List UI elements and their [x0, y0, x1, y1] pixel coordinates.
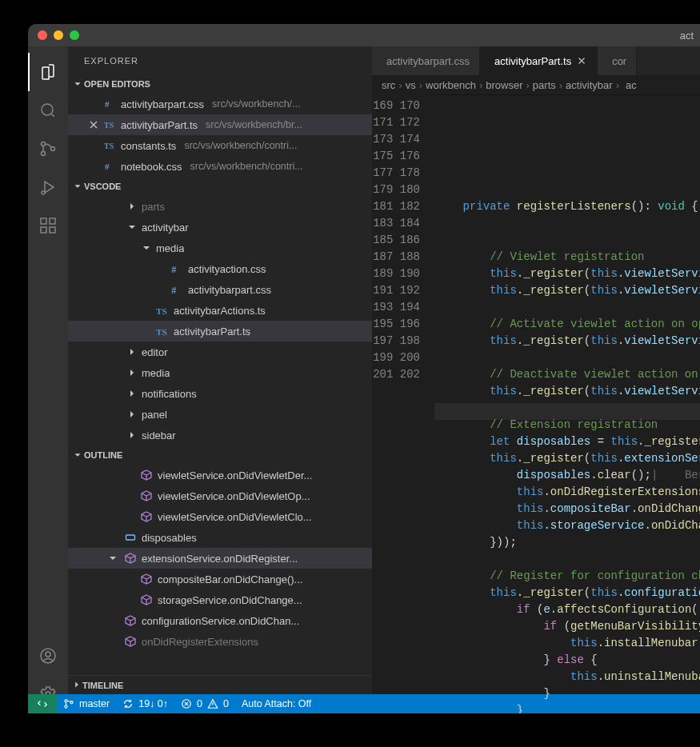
outline-item[interactable]: disposables — [68, 527, 372, 548]
extensions-icon[interactable] — [28, 206, 68, 245]
outline-item[interactable]: storageService.onDidChange... — [68, 589, 372, 610]
svg-rect-7 — [50, 227, 55, 233]
accounts-icon[interactable] — [28, 637, 68, 675]
editor-window: act — [28, 24, 700, 713]
file-tree-item[interactable]: TSactivitybarActions.ts — [68, 300, 372, 321]
breadcrumb-label: browser — [486, 79, 522, 91]
folder-tree-item[interactable]: notifications — [68, 383, 372, 404]
svg-text:#: # — [171, 285, 177, 296]
breadcrumb-item[interactable]: vs › — [406, 79, 422, 91]
outline-item[interactable]: viewletService.onDidViewletClo... — [68, 506, 372, 527]
outline-item[interactable]: extensionService.onDidRegister... — [68, 548, 372, 569]
traffic-lights — [38, 30, 79, 40]
breadcrumb-item[interactable]: browser › — [486, 79, 530, 91]
file-tree-item[interactable]: #activityaction.css — [68, 258, 372, 279]
auto-attach-label: Auto Attach: Off — [242, 698, 311, 709]
chevron-right-icon: › — [559, 79, 562, 91]
outline-item[interactable]: configurationService.onDidChan... — [68, 610, 372, 631]
css-file-icon: # — [170, 262, 185, 276]
file-tree-item[interactable]: TSactivitybarPart.ts — [68, 321, 372, 342]
editor-tab[interactable]: TScor — [598, 46, 637, 75]
method-symbol-icon — [140, 510, 153, 523]
folder-tree-item[interactable]: activitybar — [68, 217, 372, 238]
chevron-down-icon — [71, 449, 84, 461]
open-editors-header[interactable]: OPEN EDITORS — [68, 74, 372, 94]
breadcrumb-item[interactable]: parts › — [533, 79, 562, 91]
outline-item[interactable]: onDidRegisterExtensions — [68, 631, 372, 652]
chevron-right-icon — [126, 200, 138, 213]
outline-item[interactable]: viewletService.onDidViewletDer... — [68, 465, 372, 485]
remote-indicator[interactable] — [28, 694, 57, 713]
minimize-window-button[interactable] — [54, 30, 63, 40]
ts-file-icon: TS — [103, 139, 118, 152]
close-tab-icon[interactable] — [576, 55, 587, 66]
breadcrumb-item[interactable]: activitybar › — [566, 79, 619, 91]
outline-header[interactable]: OUTLINE — [68, 445, 372, 465]
open-editor-item[interactable]: #activitybarpart.csssrc/vs/workbench/... — [68, 94, 372, 114]
problems-status[interactable]: 0 0 — [174, 694, 235, 713]
code-editor[interactable]: 169 170 171 172 173 174 175 176 177 178 … — [372, 94, 700, 713]
breadcrumb-item[interactable]: workbench › — [426, 79, 482, 91]
open-editors-section: OPEN EDITORS #activitybarpart.csssrc/vs/… — [68, 74, 372, 177]
css-file-icon: # — [170, 282, 185, 297]
git-branch-status[interactable]: master — [57, 694, 116, 713]
ts-file-icon: TS — [103, 118, 118, 131]
svg-text:#: # — [105, 162, 110, 171]
outline-item-label: viewletService.onDidViewletClo... — [158, 511, 312, 523]
auto-attach-status[interactable]: Auto Attach: Off — [235, 694, 318, 713]
method-symbol-icon — [124, 614, 137, 627]
editor-tab[interactable]: TSactivitybarPart.ts — [480, 46, 598, 75]
folder-tree-item[interactable]: editor — [68, 342, 372, 362]
zoom-window-button[interactable] — [70, 30, 79, 40]
tree-item-label: parts — [142, 201, 165, 213]
outline-item[interactable]: viewletService.onDidViewletOp... — [68, 485, 372, 506]
breadcrumb-label: activitybar — [566, 79, 613, 91]
close-editor-icon[interactable] — [87, 118, 100, 131]
tree-item-label: activitybar — [142, 222, 189, 234]
svg-point-25 — [65, 700, 67, 702]
css-file-icon: # — [103, 160, 118, 173]
folder-tree-item[interactable]: parts — [68, 196, 372, 217]
svg-point-3 — [51, 147, 55, 151]
outline-item[interactable]: compositeBar.onDidChange()... — [68, 569, 372, 589]
outline-section: OUTLINE viewletService.onDidViewletDer..… — [68, 445, 372, 675]
open-editor-item[interactable]: TSactivitybarPart.tssrc/vs/workbench/br.… — [68, 114, 372, 135]
source-control-icon[interactable] — [28, 130, 68, 168]
breadcrumbs[interactable]: src › vs › workbench › browser › parts ›… — [372, 75, 700, 94]
breadcrumb-item[interactable]: TSac — [622, 79, 637, 91]
folder-tree-item[interactable]: panel — [68, 404, 372, 425]
svg-point-26 — [65, 705, 67, 708]
open-editor-name: activitybarpart.css — [121, 98, 204, 110]
open-editor-name: constants.ts — [121, 140, 176, 152]
run-debug-icon[interactable] — [28, 168, 68, 206]
tree-item-label: activityaction.css — [188, 263, 266, 275]
svg-point-27 — [70, 701, 73, 704]
open-editor-item[interactable]: TSconstants.tssrc/vs/workbench/contri... — [68, 135, 372, 156]
close-window-button[interactable] — [38, 30, 47, 40]
chevron-right-icon — [71, 679, 82, 692]
workspace-header[interactable]: VSCODE — [68, 177, 372, 196]
outline-item-label: viewletService.onDidViewletDer... — [158, 469, 312, 481]
git-sync-status[interactable]: 19↓ 0↑ — [116, 694, 174, 713]
search-icon[interactable] — [28, 91, 68, 130]
explorer-icon[interactable] — [28, 53, 68, 91]
breadcrumb-item[interactable]: src › — [382, 79, 402, 91]
tree-item-label: media — [156, 242, 184, 254]
folder-tree-item[interactable]: media — [68, 238, 372, 258]
chevron-right-icon — [126, 408, 138, 421]
svg-text:TS: TS — [104, 121, 114, 130]
svg-point-1 — [42, 142, 46, 146]
method-symbol-icon — [140, 573, 153, 585]
tab-label: activitybarPart.ts — [494, 55, 571, 67]
chevron-down-icon — [71, 78, 84, 90]
file-tree-item[interactable]: #activitybarpart.css — [68, 279, 372, 300]
code-content[interactable]: private registerListeners(): void { // V… — [434, 94, 700, 713]
folder-tree-item[interactable]: media — [68, 362, 372, 383]
editor-tab[interactable]: #activitybarpart.css — [372, 46, 480, 75]
titlebar[interactable]: act — [28, 24, 700, 46]
folder-tree-item[interactable]: sidebar — [68, 425, 372, 445]
timeline-header[interactable]: TIMELINE — [68, 675, 372, 694]
open-editor-item[interactable]: #notebook.csssrc/vs/workbench/contri... — [68, 156, 372, 177]
tree-item-label: activitybarPart.ts — [174, 326, 250, 338]
open-editor-name: notebook.css — [121, 161, 182, 173]
